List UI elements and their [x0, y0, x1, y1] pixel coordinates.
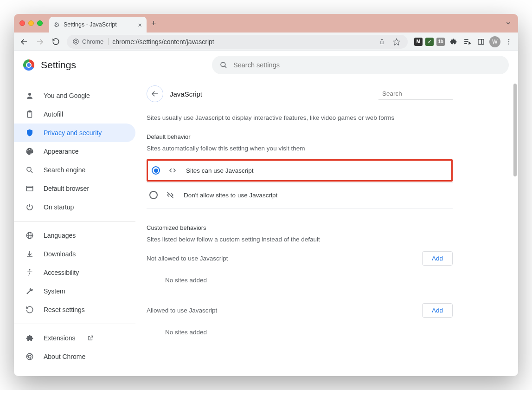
- site-chip-label: Chrome: [82, 38, 103, 45]
- settings-body: You and Google Autofill Privacy and secu…: [14, 79, 518, 366]
- sidebar-label: About Chrome: [44, 353, 85, 360]
- sidebar-item-autofill[interactable]: Autofill: [14, 105, 135, 124]
- kebab-menu-icon[interactable]: [503, 36, 514, 47]
- svg-point-14: [221, 62, 225, 67]
- back-arrow-button[interactable]: [147, 85, 163, 102]
- search-icon: [219, 61, 228, 69]
- back-button[interactable]: [18, 35, 31, 48]
- sidebar-item-extensions[interactable]: Extensions: [14, 329, 135, 347]
- svg-point-13: [508, 43, 509, 44]
- sidebar-item-you-and-google[interactable]: You and Google: [14, 86, 135, 105]
- divider: [147, 208, 453, 208]
- forward-button[interactable]: [33, 35, 46, 48]
- settings-sidebar: You and Google Autofill Privacy and secu…: [14, 79, 139, 366]
- radio-button-checked[interactable]: [152, 166, 160, 175]
- svg-point-20: [29, 149, 30, 150]
- svg-point-19: [27, 150, 28, 151]
- sidebar-item-default-browser[interactable]: Default browser: [14, 179, 135, 198]
- not-allowowed-section: Not allowed to use Javascript Add: [147, 251, 453, 266]
- playlist-icon[interactable]: [461, 36, 473, 47]
- svg-marker-8: [469, 42, 471, 44]
- wrench-icon: [25, 287, 34, 295]
- not-allowed-label: Not allowed to use Javascript: [147, 255, 228, 262]
- page-description: Sites usually use Javascript to display …: [147, 114, 453, 121]
- sidebar-item-languages[interactable]: Languages: [14, 226, 135, 245]
- svg-point-31: [29, 269, 31, 271]
- profile-avatar[interactable]: W: [489, 36, 500, 47]
- settings-page: Settings You and Google Autofill Privacy…: [14, 51, 518, 366]
- new-tab-button[interactable]: +: [151, 19, 156, 28]
- sidebar-label: Autofill: [44, 111, 63, 118]
- customized-behaviors-title: Customized behaviors: [147, 224, 453, 231]
- reload-button[interactable]: [49, 35, 62, 48]
- svg-point-3: [75, 40, 77, 43]
- add-allowed-button[interactable]: Add: [422, 303, 453, 318]
- code-icon: [168, 166, 178, 175]
- share-icon[interactable]: [376, 36, 387, 47]
- default-behavior-title: Default behavior: [147, 133, 453, 140]
- svg-line-40: [167, 192, 173, 198]
- customized-behaviors-subtitle: Sites listed below follow a custom setti…: [147, 236, 453, 243]
- bookmark-star-icon[interactable]: [391, 36, 402, 47]
- sidebar-item-on-startup[interactable]: On startup: [14, 198, 135, 216]
- sidebar-item-search-engine[interactable]: Search engine: [14, 161, 135, 179]
- svg-point-16: [28, 93, 31, 96]
- sidebar-item-accessibility[interactable]: Accessibility: [14, 263, 135, 282]
- url-text: chrome://settings/content/javascript: [112, 38, 214, 46]
- sidebar-label: You and Google: [44, 92, 90, 99]
- extension-badge-check[interactable]: ✓: [425, 38, 434, 46]
- svg-line-15: [224, 66, 226, 68]
- radio-option-block[interactable]: Don't allow sites to use Javascript: [147, 184, 453, 206]
- palette-icon: [25, 147, 34, 156]
- card-header: JavaScript: [147, 85, 453, 102]
- svg-rect-9: [478, 39, 484, 44]
- titlebar: ⚙ Settings - JavaScript × +: [14, 14, 518, 33]
- sidebar-item-about-chrome[interactable]: About Chrome: [14, 347, 135, 366]
- chrome-outline-icon: [72, 38, 79, 45]
- site-chip: Chrome: [72, 38, 109, 45]
- sidebar-label: Privacy and security: [44, 129, 102, 137]
- maximize-window-button[interactable]: [37, 20, 43, 26]
- address-bar[interactable]: Chrome chrome://settings/content/javascr…: [67, 35, 408, 49]
- scrollbar-thumb[interactable]: [513, 84, 517, 176]
- restore-icon: [25, 306, 34, 314]
- allowed-section: Allowed to use Javascript Add: [147, 303, 453, 318]
- extension-badge-m[interactable]: M: [414, 38, 423, 46]
- close-tab-icon[interactable]: ×: [138, 21, 142, 29]
- search-icon: [25, 166, 34, 174]
- add-not-allowed-button[interactable]: Add: [422, 251, 453, 266]
- tab-overflow-icon[interactable]: [505, 20, 512, 26]
- radio-label: Sites can use Javascript: [186, 167, 254, 174]
- sidebar-label: Accessibility: [44, 269, 79, 276]
- radio-label: Don't allow sites to use Javascript: [184, 192, 277, 199]
- code-off-icon: [166, 191, 175, 199]
- sidebar-item-privacy-security[interactable]: Privacy and security: [14, 124, 135, 142]
- minimize-window-button[interactable]: [28, 20, 34, 26]
- sidebar-item-system[interactable]: System: [14, 282, 135, 300]
- browser-tab[interactable]: ⚙ Settings - JavaScript ×: [49, 17, 147, 33]
- person-icon: [25, 91, 34, 100]
- not-allowed-empty: No sites added: [147, 272, 453, 295]
- sidebar-item-reset-settings[interactable]: Reset settings: [14, 300, 135, 319]
- svg-rect-18: [29, 111, 31, 112]
- search-settings-box[interactable]: [212, 56, 509, 74]
- svg-rect-24: [26, 186, 33, 191]
- extensions-puzzle-icon[interactable]: [448, 36, 459, 47]
- window-controls: [19, 20, 43, 26]
- radio-option-allow[interactable]: Sites can use Javascript: [147, 159, 453, 182]
- chrome-outline-icon: [25, 352, 34, 361]
- allowed-empty: No sites added: [147, 324, 453, 347]
- sidebar-item-downloads[interactable]: Downloads: [14, 245, 135, 263]
- radio-button-unchecked[interactable]: [149, 191, 158, 199]
- svg-point-11: [508, 39, 509, 40]
- sidebar-item-appearance[interactable]: Appearance: [14, 142, 135, 161]
- panel-icon[interactable]: [475, 36, 487, 47]
- tab-title: Settings - JavaScript: [64, 21, 134, 28]
- page-search-box[interactable]: [378, 88, 453, 99]
- search-settings-input[interactable]: [233, 61, 501, 69]
- extension-badge-1b[interactable]: 1b: [436, 38, 445, 46]
- close-window-button[interactable]: [19, 20, 25, 26]
- sidebar-label: Appearance: [44, 148, 79, 155]
- svg-line-23: [31, 171, 32, 173]
- page-search-input[interactable]: [382, 90, 461, 97]
